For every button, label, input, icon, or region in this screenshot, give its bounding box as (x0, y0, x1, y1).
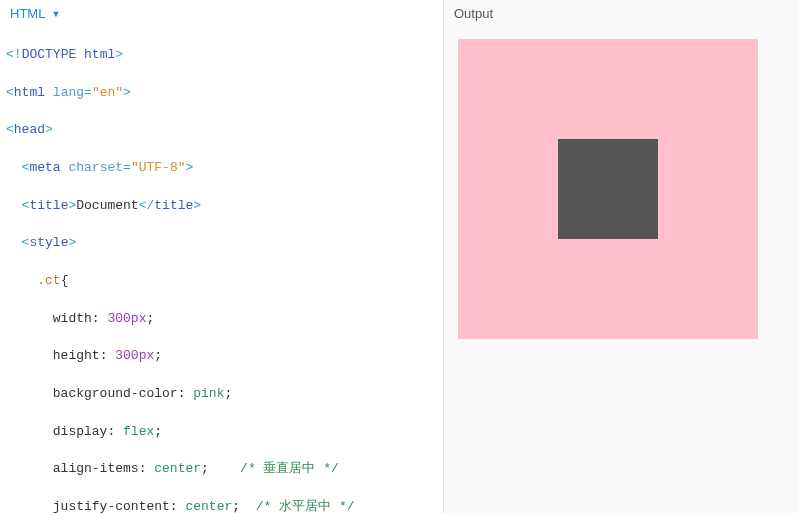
code-line: <head> (6, 121, 437, 140)
editor-language-selector[interactable]: HTML ▼ (0, 0, 443, 25)
chevron-down-icon: ▼ (51, 9, 60, 19)
preview-box (558, 139, 658, 239)
code-line: <title>Document</title> (6, 197, 437, 216)
code-line: align-items: center; /* 垂直居中 */ (6, 460, 437, 479)
output-preview (444, 25, 799, 513)
editor-language-label: HTML (10, 6, 45, 21)
code-editor-pane: HTML ▼ <!DOCTYPE html> <html lang="en"> … (0, 0, 444, 513)
code-line: display: flex; (6, 423, 437, 442)
code-line: <style> (6, 234, 437, 253)
code-line: width: 300px; (6, 310, 437, 329)
code-editor[interactable]: <!DOCTYPE html> <html lang="en"> <head> … (0, 25, 443, 513)
code-line: <meta charset="UTF-8"> (6, 159, 437, 178)
output-pane: Output (444, 0, 799, 513)
code-line: height: 300px; (6, 347, 437, 366)
code-line: justify-content: center; /* 水平居中 */ (6, 498, 437, 513)
code-line: <!DOCTYPE html> (6, 46, 437, 65)
preview-container-ct (458, 39, 758, 339)
code-line: background-color: pink; (6, 385, 437, 404)
code-line: <html lang="en"> (6, 84, 437, 103)
code-line: .ct{ (6, 272, 437, 291)
output-pane-title: Output (444, 0, 799, 25)
